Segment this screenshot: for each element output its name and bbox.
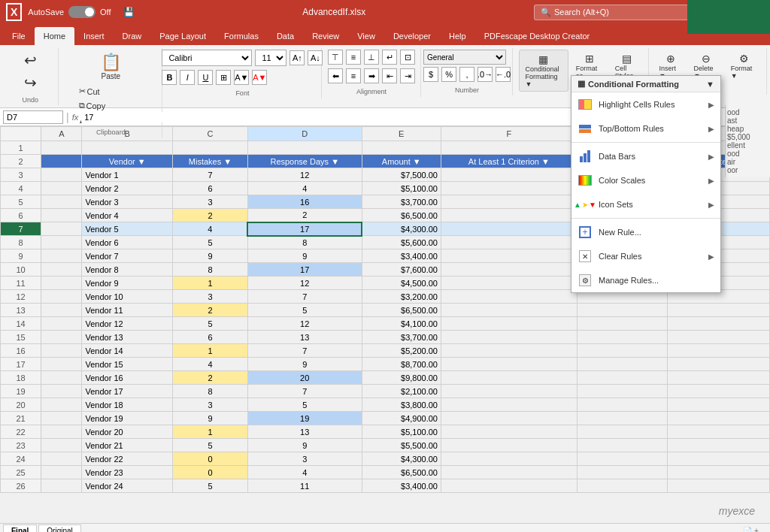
- tab-developer[interactable]: Developer: [384, 27, 440, 45]
- decimal-decrease-button[interactable]: ←.0: [496, 67, 511, 82]
- cut-icon: ✂: [79, 86, 86, 96]
- autosave-label: AutoSave: [28, 8, 64, 17]
- format-cells-button[interactable]: ⚙ Format ▼: [726, 50, 762, 83]
- bold-button[interactable]: B: [162, 70, 177, 85]
- save-icon[interactable]: 💾: [123, 7, 135, 17]
- decrease-font-button[interactable]: A↓: [308, 50, 323, 65]
- indent-increase-button[interactable]: ⇥: [400, 68, 415, 83]
- number-format-select[interactable]: General: [423, 50, 506, 65]
- sheet-tab-final[interactable]: Final: [3, 524, 37, 533]
- right-panel-item: air: [727, 158, 768, 166]
- copy-icon: ⧉: [79, 101, 85, 110]
- border-button[interactable]: ⊞: [216, 70, 231, 85]
- col-f: F: [441, 127, 577, 141]
- align-bottom-button[interactable]: ⊥: [364, 50, 379, 65]
- align-right-button[interactable]: ➡: [364, 68, 379, 83]
- font-group-label: Font: [235, 86, 249, 97]
- cf-topbottom-arrow: ▶: [708, 125, 714, 133]
- new-rule-icon: +: [578, 225, 593, 240]
- search-box[interactable]: 🔍 Search (Alt+Q): [534, 5, 699, 20]
- cell-reference[interactable]: [3, 110, 63, 124]
- percent-button[interactable]: %: [441, 67, 456, 82]
- cf-item-newrule[interactable]: + New Rule... ▶: [571, 220, 720, 244]
- cf-item-databars[interactable]: Data Bars ▶: [571, 144, 720, 168]
- currency-button[interactable]: $: [423, 67, 438, 82]
- group-undo: ↩ ↪ Undo: [3, 48, 59, 105]
- highlight-cells-icon: [578, 97, 593, 112]
- group-clipboard: 📋 Paste ✂ Cut ⧉ Copy 🖌 Format Painter Cl…: [60, 48, 163, 138]
- cf-highlight-label: Highlight Cells Rules: [599, 100, 702, 109]
- underline-button[interactable]: U: [198, 70, 213, 85]
- align-left-button[interactable]: ⬅: [328, 68, 343, 83]
- cf-item-clearrules[interactable]: ✕ Clear Rules ▶: [571, 244, 720, 268]
- indent-decrease-button[interactable]: ⇤: [382, 68, 397, 83]
- formula-divider: |: [66, 111, 69, 123]
- page-info: 📄 + ...: [743, 527, 767, 532]
- right-panel-item: ood: [727, 108, 768, 116]
- right-panel-item: ast: [727, 116, 768, 125]
- top-bottom-icon: [578, 121, 593, 136]
- cf-topbottom-label: Top/Bottom Rules: [599, 124, 702, 133]
- col-d: D: [247, 127, 362, 141]
- font-family-select[interactable]: Calibri: [162, 50, 252, 66]
- cf-iconsets-arrow: ▶: [708, 201, 714, 209]
- col-c: C: [173, 127, 248, 141]
- tab-view[interactable]: View: [348, 27, 384, 45]
- increase-font-button[interactable]: A↑: [290, 50, 305, 65]
- table-row: 21Vendor 19919$4,900.00: [1, 412, 770, 425]
- cf-item-iconsets[interactable]: ▲ ➤ ▼ Icon Sets ▶: [571, 192, 720, 216]
- cf-item-highlight[interactable]: Highlight Cells Rules ▶: [571, 92, 720, 116]
- tab-draw[interactable]: Draw: [114, 27, 151, 45]
- cf-header-close: ▼: [706, 80, 714, 89]
- search-placeholder: Search (Alt+Q): [554, 8, 609, 17]
- insert-cells-icon: ⊕: [666, 53, 675, 65]
- tab-formulas[interactable]: Formulas: [215, 27, 268, 45]
- copy-button[interactable]: ⧉ Copy: [76, 99, 147, 112]
- cf-clearrules-arrow: ▶: [708, 252, 714, 261]
- redo-button[interactable]: ↪: [18, 72, 42, 93]
- tab-help[interactable]: Help: [440, 27, 475, 45]
- tab-review[interactable]: Review: [303, 27, 348, 45]
- conditional-formatting-button[interactable]: ▦ ConditionalFormatting ▼: [519, 50, 568, 92]
- cf-header-icon: ▦: [578, 79, 585, 89]
- excel-logo: X: [6, 3, 22, 21]
- group-number: General $ % , .0→ ←.0 Number: [423, 48, 513, 95]
- cf-item-colorscales[interactable]: Color Scales ▶: [571, 168, 720, 192]
- font-size-select[interactable]: 11: [255, 50, 286, 66]
- table-row: 14Vendor 12512$4,100.00: [1, 317, 770, 331]
- font-color-button[interactable]: A▼: [252, 70, 267, 85]
- paste-icon: 📋: [101, 53, 121, 72]
- sheet-tab-original[interactable]: Original: [38, 524, 80, 533]
- cf-newrule-label: New Rule...: [599, 228, 702, 237]
- table-row: 18Vendor 16220$9,800.00: [1, 371, 770, 385]
- paste-button[interactable]: 📋 Paste: [96, 50, 126, 83]
- comma-button[interactable]: ,: [459, 67, 474, 82]
- col-a: A: [41, 127, 82, 141]
- italic-button[interactable]: I: [180, 70, 195, 85]
- tab-insert[interactable]: Insert: [74, 27, 114, 45]
- tab-pagelayout[interactable]: Page Layout: [150, 27, 215, 45]
- cf-divider-2: [571, 218, 720, 219]
- manage-rules-icon: ⚙: [578, 273, 593, 288]
- cf-item-managerules[interactable]: ⚙ Manage Rules... ▶: [571, 268, 720, 292]
- tab-file[interactable]: File: [3, 27, 35, 45]
- table-row: 26Vendor 24511$3,400.00: [1, 479, 770, 493]
- cf-label: ConditionalFormatting ▼: [526, 65, 562, 88]
- tab-data[interactable]: Data: [268, 27, 303, 45]
- cf-item-topbottom[interactable]: Top/Bottom Rules ▶: [571, 116, 720, 141]
- tab-home[interactable]: Home: [35, 27, 74, 45]
- tab-pdfescape[interactable]: PDFescape Desktop Creator: [475, 27, 599, 45]
- fill-color-button[interactable]: A▼: [234, 70, 249, 85]
- table-row: 23Vendor 2159$5,500.00: [1, 439, 770, 452]
- cell-styles-icon: ▤: [622, 53, 632, 65]
- align-middle-button[interactable]: ≡: [346, 50, 361, 65]
- align-top-button[interactable]: ⊤: [328, 50, 343, 65]
- merge-button[interactable]: ⊡: [400, 50, 415, 65]
- wrap-text-button[interactable]: ↵: [382, 50, 397, 65]
- align-center-button[interactable]: ≡: [346, 68, 361, 83]
- undo-button[interactable]: ↩: [18, 50, 42, 71]
- cut-button[interactable]: ✂ Cut: [76, 85, 147, 98]
- autosave-toggle[interactable]: [68, 6, 95, 18]
- col-header-rn: [1, 127, 41, 141]
- decimal-increase-button[interactable]: .0→: [477, 67, 493, 82]
